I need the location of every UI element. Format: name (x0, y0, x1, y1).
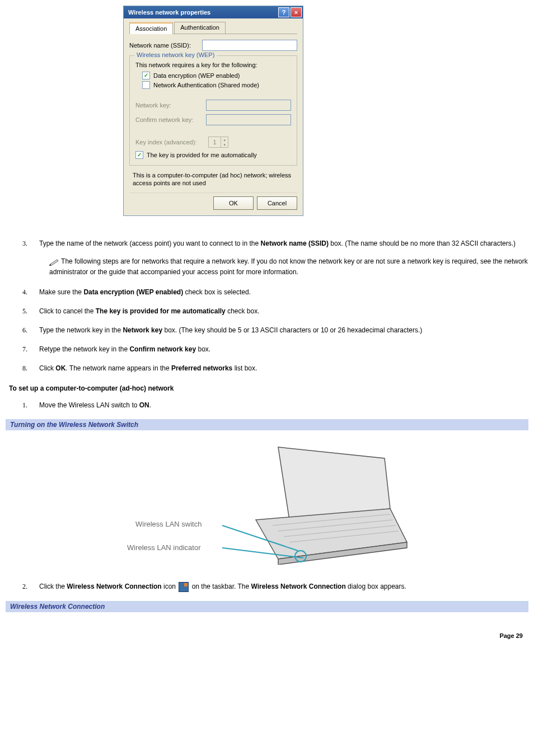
checkbox-auto-key[interactable]: ✓ (135, 151, 143, 159)
note-text: The following steps are for networks tha… (49, 257, 528, 276)
steps-list-b1: Move the Wireless LAN switch to ON. (6, 400, 528, 410)
help-button[interactable]: ? (278, 7, 289, 17)
step-7: Retype the network key in the Confirm ne… (29, 344, 528, 354)
dialog-title: Wireless network properties (128, 9, 277, 16)
step-6: Type the network key in the Network key … (29, 325, 528, 335)
step-b2: Click the Wireless Network Connection ic… (29, 581, 528, 592)
step-3: Type the name of the network (access poi… (29, 238, 528, 277)
svg-marker-0 (278, 447, 390, 520)
steps-list-b2: Click the Wireless Network Connection ic… (6, 581, 528, 592)
wep-group-legend: Wireless network key (WEP) (134, 51, 217, 58)
close-button[interactable]: × (291, 7, 302, 17)
laptop-illustration: Wireless LAN switch Wireless LAN indicat… (110, 436, 424, 565)
tab-authentication[interactable]: Authentication (174, 22, 226, 34)
checkbox-data-encryption[interactable]: ✓ (142, 72, 150, 79)
wep-groupbox: Wireless network key (WEP) This network … (129, 55, 297, 166)
confirm-key-label: Confirm network key: (135, 116, 206, 123)
wireless-connection-icon (179, 582, 189, 592)
caption-turning-on: Turning on the Wireless Network Switch (6, 419, 528, 430)
cancel-button[interactable]: Cancel (257, 196, 297, 210)
ssid-input[interactable] (202, 40, 297, 51)
illu-indicator-label: Wireless LAN indicator (127, 543, 201, 552)
dialog-tabs: Association Authentication (129, 22, 297, 34)
checkbox-network-auth[interactable] (142, 81, 150, 89)
illu-switch-label: Wireless LAN switch (135, 520, 202, 528)
steps-list-a: Type the name of the network (access poi… (6, 238, 528, 373)
dialog-screenshot: Wireless network properties ? × Associat… (6, 6, 534, 216)
checkbox-data-encryption-label: Data encryption (WEP enabled) (153, 72, 240, 79)
wep-group-text: This network requires a key for the foll… (135, 62, 291, 68)
illustration-wrap: Wireless LAN switch Wireless LAN indicat… (6, 436, 528, 565)
step-8: Click OK. The network name appears in th… (29, 363, 528, 373)
page-footer: Page 29 (6, 616, 528, 639)
key-index-value: 1 (209, 137, 221, 147)
checkbox-network-auth-label: Network Authentication (Shared mode) (153, 82, 259, 88)
note-block: The following steps are for networks tha… (49, 256, 528, 277)
tab-association[interactable]: Association (129, 22, 173, 34)
adhoc-heading: To set up a computer-to-computer (ad-hoc… (9, 384, 528, 392)
network-key-input[interactable] (206, 100, 291, 111)
key-index-label: Key index (advanced): (135, 139, 208, 145)
step-4: Make sure the Data encryption (WEP enabl… (29, 287, 528, 297)
ok-button[interactable]: OK (213, 196, 254, 210)
network-key-label: Network key: (135, 102, 206, 109)
checkbox-adhoc-label: This is a computer-to-computer (ad hoc) … (133, 171, 297, 187)
key-index-spinner[interactable]: 1 ▲▼ (208, 137, 228, 148)
ssid-label: Network name (SSID): (129, 42, 202, 49)
svg-marker-1 (256, 509, 407, 559)
dialog-titlebar: Wireless network properties ? × (124, 6, 303, 18)
checkbox-auto-key-label: The key is provided for me automatically (147, 152, 257, 158)
note-icon (49, 258, 59, 266)
confirm-key-input[interactable] (206, 114, 291, 125)
step-b1: Move the Wireless LAN switch to ON. (29, 400, 528, 410)
step-5: Click to cancel the The key is provided … (29, 306, 528, 316)
caption-wireless-connection: Wireless Network Connection (6, 601, 528, 612)
